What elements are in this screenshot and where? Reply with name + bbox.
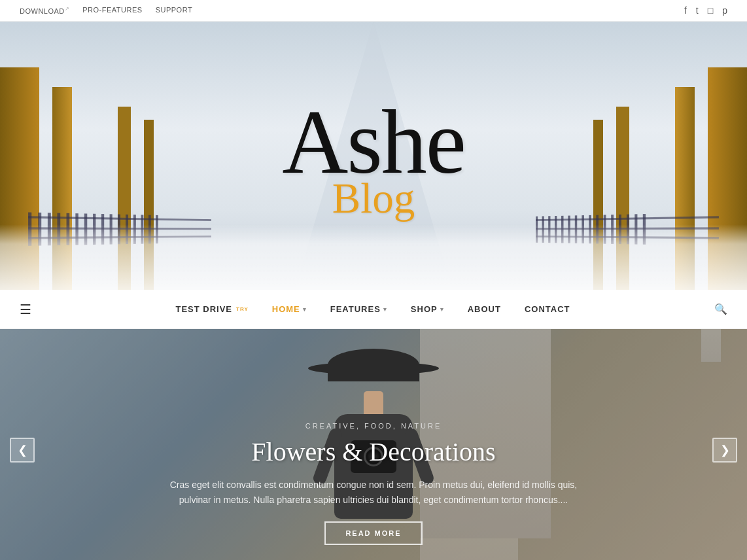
top-bar: DOWNLOAD↗ PRO-FEATURES SUPPORT f t □ p <box>0 0 747 22</box>
nav-link-about[interactable]: ABOUT <box>456 291 513 327</box>
nav-link-test-drive[interactable]: TEST DRIVETRY <box>164 291 260 327</box>
top-bar-links: DOWNLOAD↗ PRO-FEATURES SUPPORT <box>20 6 192 15</box>
nav-item-test-drive: TEST DRIVETRY <box>164 291 260 327</box>
site-header: Ashe Blog <box>0 22 747 290</box>
slider-next-button[interactable]: ❯ <box>712 438 737 463</box>
nav-link-contact[interactable]: CONTACT <box>513 291 582 327</box>
twitter-icon[interactable]: t <box>696 5 699 16</box>
search-icon[interactable]: 🔍 <box>714 303 727 315</box>
social-icons: f t □ p <box>684 5 727 16</box>
download-sup: ↗ <box>65 6 70 12</box>
nav-item-contact: CONTACT <box>513 291 582 327</box>
chevron-down-icon: ▾ <box>383 306 387 313</box>
nav-link-shop[interactable]: SHOP ▾ <box>399 291 456 327</box>
chevron-down-icon: ▾ <box>303 306 307 313</box>
try-sup: TRY <box>236 306 249 312</box>
slide-excerpt: Cras eget elit convallis est condimentum… <box>158 478 589 507</box>
nav-link-home[interactable]: HOME ▾ <box>260 291 319 327</box>
nav-link-features[interactable]: FEATURES ▾ <box>319 291 399 327</box>
nav-items: TEST DRIVETRY HOME ▾ FEATURES ▾ SHOP ▾ A… <box>164 291 582 327</box>
instagram-icon[interactable]: □ <box>708 5 713 16</box>
pro-features-link[interactable]: PRO-FEATURES <box>82 6 142 15</box>
support-link[interactable]: SUPPORT <box>156 6 192 15</box>
nav-item-about: ABOUT <box>456 291 513 327</box>
chevron-down-icon: ▾ <box>440 306 444 313</box>
nav-item-home: HOME ▾ <box>260 291 319 327</box>
featured-slider: CREATIVE, FOOD, NATURE Flowers & Decorat… <box>0 329 747 560</box>
title-ashe: Ashe <box>282 96 465 188</box>
facebook-icon[interactable]: f <box>684 5 687 16</box>
slide-categories: CREATIVE, FOOD, NATURE <box>305 422 442 430</box>
read-more-button[interactable]: READ MORE <box>324 521 422 545</box>
nav-item-shop: SHOP ▾ <box>399 291 456 327</box>
snow-ground <box>0 224 747 290</box>
navigation: ☰ TEST DRIVETRY HOME ▾ FEATURES ▾ SHOP ▾ <box>0 290 747 329</box>
slide-title: Flowers & Decorations <box>251 436 495 467</box>
nav-item-features: FEATURES ▾ <box>319 291 399 327</box>
download-link[interactable]: DOWNLOAD↗ <box>20 6 69 15</box>
site-title: Ashe Blog <box>282 96 465 215</box>
hamburger-menu[interactable]: ☰ <box>20 302 31 317</box>
pinterest-icon[interactable]: p <box>722 5 727 16</box>
slide-content: CREATIVE, FOOD, NATURE Flowers & Decorat… <box>0 329 747 560</box>
slider-prev-button[interactable]: ❮ <box>10 438 35 463</box>
